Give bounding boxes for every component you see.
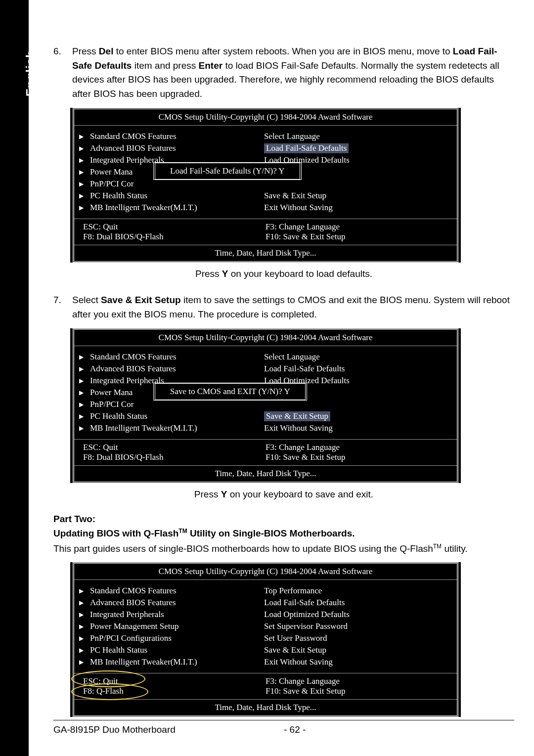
side-black-strip: English	[0, 0, 29, 756]
triangle-icon: ▶	[79, 365, 90, 373]
triangle-icon: ▶	[79, 587, 90, 595]
step-6-body: Press Del to enter BIOS menu after syste…	[72, 44, 514, 101]
triangle-icon: ▶	[79, 133, 90, 140]
caption-2: Press Y on your keyboard to save and exi…	[53, 489, 514, 500]
step-7-number: 7.	[53, 293, 72, 321]
triangle-icon: ▶	[79, 145, 90, 152]
part-two-heading: Part Two:	[53, 514, 514, 525]
selected-item: Load Fail-Safe Defaults	[264, 143, 349, 153]
bios-help-line: Time, Date, Hard Disk Type...	[74, 245, 457, 261]
caption-1: Press Y on your keyboard to load default…	[53, 268, 514, 279]
page-footer: GA-8I915P Duo Motherboard - 62 -	[53, 724, 514, 735]
part-two-sub: Updating BIOS with Q-FlashTM Utility on …	[53, 528, 514, 539]
triangle-icon: ▶	[79, 401, 90, 408]
footer-page-number: - 62 -	[284, 724, 306, 735]
triangle-icon: ▶	[79, 389, 90, 397]
step-6-number: 6.	[53, 44, 72, 101]
triangle-icon: ▶	[79, 413, 90, 420]
step-6: 6. Press Del to enter BIOS menu after sy…	[53, 44, 514, 101]
triangle-icon: ▶	[79, 354, 90, 361]
triangle-icon: ▶	[79, 623, 90, 630]
triangle-icon: ▶	[79, 425, 90, 432]
footer-rule	[53, 720, 514, 720]
bios-screenshot-2: CMOS Setup Utility-Copyright (C) 1984-20…	[70, 328, 461, 483]
bios-dialog-load-defaults: Load Fail-Safe Defaults (Y/N)? Y	[153, 162, 302, 180]
step-7: 7. Select Save & Exit Setup item to save…	[53, 293, 514, 321]
step-7-body: Select Save & Exit Setup item to save th…	[72, 293, 514, 321]
bios-footer-keys: ESC: QuitF3: Change Language F8: Dual BI…	[74, 219, 457, 245]
bios-screenshot-3: CMOS Setup Utility-Copyright (C) 1984-20…	[70, 562, 461, 717]
triangle-icon: ▶	[79, 611, 90, 619]
bios-screenshot-1: CMOS Setup Utility-Copyright (C) 1984-20…	[70, 108, 461, 263]
triangle-icon: ▶	[79, 157, 90, 164]
bios-dialog-save-exit: Save to CMOS and EXIT (Y/N)? Y	[153, 383, 307, 400]
triangle-icon: ▶	[79, 169, 90, 176]
triangle-icon: ▶	[79, 635, 90, 642]
triangle-icon: ▶	[79, 599, 90, 607]
footer-model: GA-8I915P Duo Motherboard	[53, 724, 284, 735]
triangle-icon: ▶	[79, 204, 90, 212]
triangle-icon: ▶	[79, 180, 90, 188]
bios-title: CMOS Setup Utility-Copyright (C) 1984-20…	[74, 109, 457, 126]
triangle-icon: ▶	[79, 377, 90, 385]
triangle-icon: ▶	[79, 659, 90, 666]
part-two-body: This part guides users of single-BIOS mo…	[53, 542, 514, 556]
page-content: 6. Press Del to enter BIOS menu after sy…	[29, 0, 534, 756]
selected-item: Save & Exit Setup	[264, 411, 330, 421]
triangle-icon: ▶	[79, 647, 90, 654]
triangle-icon: ▶	[79, 192, 90, 200]
